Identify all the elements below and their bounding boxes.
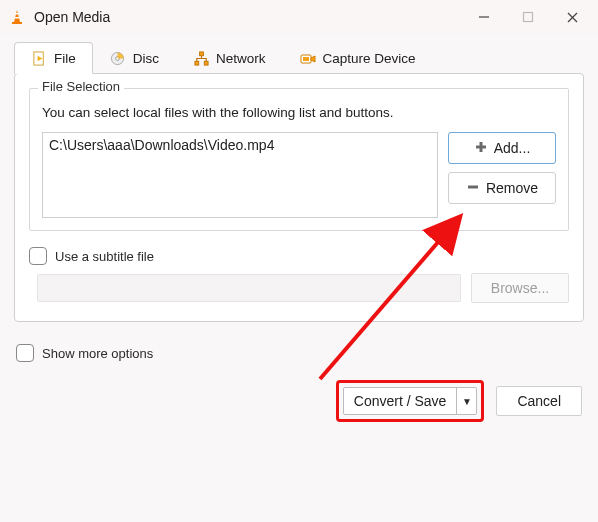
tab-panel-file: File Selection You can select local file… [14, 73, 584, 322]
browse-button: Browse... [471, 273, 569, 303]
capture-device-icon [300, 51, 316, 67]
remove-button[interactable]: Remove [448, 172, 556, 204]
network-icon [193, 51, 209, 67]
remove-button-label: Remove [486, 180, 538, 196]
subtitle-row: Use a subtitle file [29, 247, 569, 265]
subtitle-checkbox[interactable] [29, 247, 47, 265]
subtitle-path-field [37, 274, 461, 302]
svg-rect-12 [204, 61, 208, 65]
convert-save-highlight: Convert / Save ▼ [336, 380, 485, 422]
title-bar: Open Media [0, 0, 598, 34]
svg-rect-4 [524, 13, 533, 22]
convert-save-dropdown[interactable]: ▼ [456, 387, 476, 415]
file-selection-group: File Selection You can select local file… [29, 88, 569, 231]
subtitle-label: Use a subtitle file [55, 249, 154, 264]
svg-rect-14 [303, 57, 309, 61]
svg-rect-11 [194, 61, 198, 65]
file-selection-legend: File Selection [38, 79, 124, 94]
show-more-row: Show more options [14, 344, 584, 362]
dialog-content: File Disc Network Capture Device File Se… [0, 34, 598, 372]
minimize-button[interactable] [462, 2, 506, 32]
cancel-button[interactable]: Cancel [496, 386, 582, 416]
tab-network[interactable]: Network [176, 42, 283, 74]
cancel-button-label: Cancel [517, 393, 561, 409]
show-more-checkbox[interactable] [16, 344, 34, 362]
vlc-cone-icon [8, 8, 26, 26]
browse-button-label: Browse... [491, 280, 549, 296]
window-controls [462, 2, 594, 32]
convert-save-button[interactable]: Convert / Save ▼ [343, 387, 478, 415]
add-button[interactable]: Add... [448, 132, 556, 164]
window-title: Open Media [34, 9, 462, 25]
file-list[interactable]: C:\Users\aaa\Downloads\Video.mp4 [42, 132, 438, 218]
tab-file[interactable]: File [14, 42, 93, 74]
svg-rect-1 [15, 13, 19, 15]
convert-save-label: Convert / Save [344, 393, 457, 409]
dialog-footer: Convert / Save ▼ Cancel [0, 372, 598, 432]
minus-icon [466, 180, 480, 197]
close-button[interactable] [550, 2, 594, 32]
disc-icon [110, 51, 126, 67]
file-selection-description: You can select local files with the foll… [42, 105, 556, 120]
tab-label: Disc [133, 51, 159, 66]
tab-label: Capture Device [323, 51, 416, 66]
show-more-label: Show more options [42, 346, 153, 361]
plus-icon [474, 140, 488, 157]
tab-capture[interactable]: Capture Device [283, 42, 433, 74]
tab-label: Network [216, 51, 266, 66]
file-list-item[interactable]: C:\Users\aaa\Downloads\Video.mp4 [49, 137, 431, 153]
svg-rect-0 [12, 22, 22, 24]
tab-bar: File Disc Network Capture Device [14, 42, 584, 74]
tab-disc[interactable]: Disc [93, 42, 176, 74]
svg-rect-2 [14, 17, 19, 19]
tab-label: File [54, 51, 76, 66]
add-button-label: Add... [494, 140, 531, 156]
maximize-button[interactable] [506, 2, 550, 32]
svg-rect-10 [199, 52, 203, 56]
file-icon [31, 50, 47, 66]
